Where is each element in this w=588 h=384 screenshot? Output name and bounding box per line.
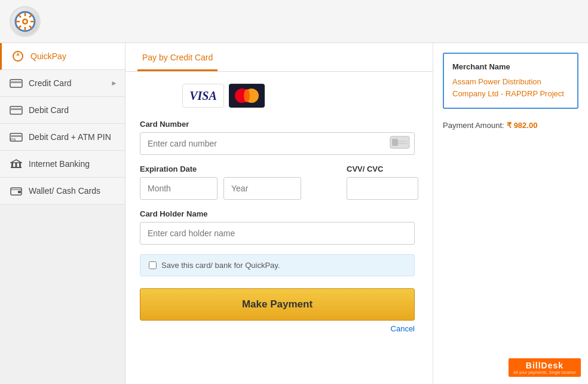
expiry-label: Expiration Date	[140, 164, 301, 173]
card-chip-icon	[390, 136, 410, 151]
svg-rect-27	[18, 191, 21, 193]
bank-icon	[10, 159, 23, 169]
debit-card-icon	[10, 105, 23, 115]
wallet-icon	[10, 186, 23, 196]
svg-rect-16	[10, 106, 22, 114]
chevron-right-icon: ►	[111, 79, 118, 87]
svg-rect-14	[10, 80, 22, 87]
cvv-section: CVV/ CVC	[347, 164, 418, 200]
card-number-section: Card Number	[140, 120, 418, 155]
credit-card-icon	[10, 78, 23, 88]
card-number-label: Card Number	[140, 120, 418, 129]
header	[0, 0, 588, 43]
visa-logo: VISA	[182, 84, 224, 108]
svg-rect-15	[10, 81, 22, 83]
sidebar-item-debit-atm[interactable]: PIN Debit Card + ATM PIN	[0, 124, 125, 151]
sidebar-item-debit-card[interactable]: Debit Card	[0, 97, 125, 124]
merchant-box: Merchant Name Assam Power Distribution C…	[443, 53, 578, 109]
billdesk-logo-container: BillDesk All your payments. Single locat…	[509, 358, 581, 377]
svg-text:PIN: PIN	[11, 138, 16, 141]
logo	[10, 6, 41, 37]
sidebar-item-wallet-label: Wallet/ Cash Cards	[29, 186, 100, 196]
save-card-bar: Save this card/ bank for QuickPay.	[140, 254, 415, 276]
card-holder-section: Card Holder Name	[140, 209, 418, 245]
main-container: QuickPay Credit Card ► Debit Card	[0, 43, 588, 384]
card-holder-input[interactable]	[140, 222, 415, 245]
year-input[interactable]	[223, 177, 301, 200]
card-holder-label: Card Holder Name	[140, 209, 418, 218]
card-logos: VISA	[140, 84, 307, 108]
svg-rect-24	[19, 163, 21, 167]
cvv-label: CVV/ CVC	[347, 164, 418, 173]
svg-rect-33	[392, 139, 398, 146]
card-number-input[interactable]	[140, 132, 415, 155]
sidebar-item-wallet[interactable]: Wallet/ Cash Cards	[0, 178, 125, 205]
merchant-title: Merchant Name	[452, 62, 569, 71]
payment-amount-row: Payment Amount: ₹ 982.00	[443, 116, 578, 130]
svg-point-11	[24, 20, 27, 23]
sidebar-item-credit-card[interactable]: Credit Card ►	[0, 70, 125, 97]
content-main: Pay by Credit Card VISA	[125, 43, 588, 384]
svg-rect-17	[10, 108, 22, 110]
save-card-checkbox[interactable]	[149, 261, 157, 269]
sidebar: QuickPay Credit Card ► Debit Card	[0, 43, 125, 384]
svg-rect-19	[10, 135, 22, 137]
cancel-link[interactable]: Cancel	[140, 324, 415, 333]
form-area: VISA Card Number	[125, 72, 433, 384]
sidebar-item-debit-atm-label: Debit Card + ATM PIN	[29, 132, 111, 142]
svg-rect-25	[11, 167, 22, 168]
tab-bar: Pay by Credit Card	[125, 43, 433, 72]
svg-point-31	[244, 89, 250, 102]
tab-credit-card[interactable]: Pay by Credit Card	[137, 43, 218, 71]
svg-rect-22	[11, 163, 13, 167]
payment-amount-label: Payment Amount:	[443, 121, 504, 130]
mastercard-logo	[229, 84, 265, 108]
sidebar-item-internet-banking[interactable]: Internet Banking	[0, 151, 125, 178]
currency-symbol: ₹	[507, 121, 512, 130]
month-input[interactable]	[140, 177, 218, 200]
payment-amount-value: 982.00	[514, 121, 538, 130]
expiry-cvv-row: Expiration Date CVV/ CVC	[140, 164, 418, 200]
card-number-wrapper	[140, 132, 415, 155]
expiry-fields	[140, 177, 301, 200]
svg-marker-13	[16, 53, 20, 56]
svg-marker-21	[11, 160, 22, 163]
merchant-name: Assam Power Distribution Company Ltd - R…	[452, 76, 569, 99]
make-payment-button[interactable]: Make Payment	[140, 288, 415, 321]
sidebar-item-debit-card-label: Debit Card	[29, 105, 69, 115]
svg-rect-23	[16, 163, 17, 167]
sidebar-item-quickpay-label: QuickPay	[30, 51, 66, 61]
cvv-input[interactable]	[347, 177, 418, 200]
expiry-section: Expiration Date	[140, 164, 301, 200]
quickpay-icon	[11, 51, 24, 61]
sidebar-item-credit-card-label: Credit Card	[29, 78, 72, 88]
atm-pin-icon: PIN	[10, 132, 23, 142]
billdesk-tagline: All your payments. Single location	[513, 370, 576, 374]
merchant-panel: Merchant Name Assam Power Distribution C…	[433, 43, 588, 384]
content-area: Pay by Credit Card VISA	[125, 43, 433, 384]
billdesk-name: BillDesk	[513, 361, 576, 370]
sidebar-item-internet-banking-label: Internet Banking	[29, 159, 90, 169]
sidebar-item-quickpay[interactable]: QuickPay	[0, 43, 125, 70]
save-card-label[interactable]: Save this card/ bank for QuickPay.	[161, 261, 280, 270]
